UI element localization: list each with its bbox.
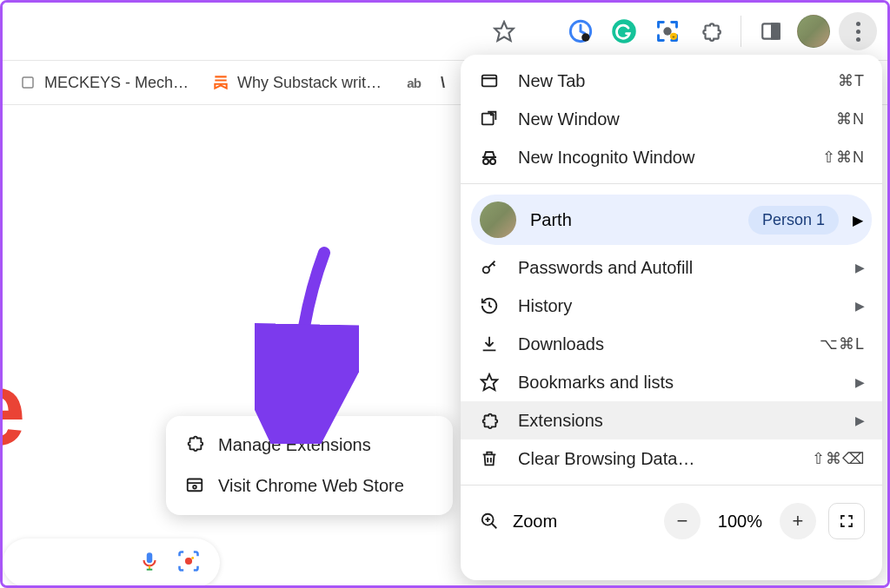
chevron-right-icon: ▶ <box>855 261 865 274</box>
shortcut: ⇧⌘⌫ <box>812 449 865 468</box>
svg-point-4 <box>663 27 671 35</box>
zoom-percent: 100% <box>713 512 767 532</box>
menu-label: History <box>518 296 838 316</box>
trash-icon <box>478 447 501 470</box>
manage-extensions-item[interactable]: Manage Extensions <box>166 425 453 466</box>
menu-label: Extensions <box>518 411 838 431</box>
browser-toolbar: + <box>3 3 887 60</box>
menu-extensions[interactable]: Extensions ▶ <box>461 401 882 439</box>
profile-avatar <box>480 202 516 238</box>
bookmark-item[interactable]: Why Substack writ… <box>203 68 390 97</box>
menu-incognito[interactable]: New Incognito Window ⇧⌘N <box>461 138 882 176</box>
svg-rect-18 <box>482 76 497 87</box>
bookmark-label: MECKEYS - Mech… <box>44 74 189 92</box>
ab-icon: ab <box>404 73 423 92</box>
menu-new-tab[interactable]: New Tab ⌘T <box>461 62 882 100</box>
sidepanel-icon[interactable] <box>754 14 788 49</box>
extensions-submenu: Manage Extensions Visit Chrome Web Store <box>166 416 453 515</box>
extension-grammarly-icon[interactable] <box>607 14 641 49</box>
extension-screenshot-icon[interactable]: + <box>650 14 685 49</box>
download-icon <box>478 333 501 355</box>
svg-rect-10 <box>147 552 153 563</box>
shortcut: ⇧⌘N <box>822 148 865 167</box>
zoom-icon <box>478 510 501 532</box>
shortcut: ⌘N <box>836 109 865 129</box>
toolbar-divider <box>741 16 741 47</box>
lens-icon[interactable] <box>176 549 201 577</box>
submenu-label: Manage Extensions <box>218 435 371 455</box>
bookmark-item[interactable]: ab <box>395 68 432 97</box>
svg-point-2 <box>581 33 589 41</box>
menu-label: New Tab <box>518 71 820 91</box>
more-menu-button[interactable] <box>839 12 877 50</box>
profile-name: Parth <box>530 210 734 230</box>
substack-icon <box>211 73 230 92</box>
zoom-label: Zoom <box>513 512 652 532</box>
shortcut: ⌥⌘L <box>820 334 865 353</box>
new-tab-icon <box>478 69 501 92</box>
svg-marker-0 <box>495 22 514 41</box>
search-box[interactable] <box>3 538 220 587</box>
mic-icon[interactable] <box>138 550 161 576</box>
star-icon <box>478 371 501 393</box>
new-window-icon <box>478 108 501 130</box>
svg-marker-25 <box>482 374 497 390</box>
submenu-label: Visit Chrome Web Store <box>218 476 404 496</box>
menu-label: Downloads <box>518 334 802 354</box>
menu-zoom: Zoom − 100% + <box>461 492 882 550</box>
incognito-icon <box>478 146 501 168</box>
chevron-right-icon: ▶ <box>855 413 865 427</box>
svg-point-14 <box>191 557 194 559</box>
chevron-right-icon: ▶ <box>853 212 863 228</box>
profile-badge: Person 1 <box>748 206 839 235</box>
zoom-out-button[interactable]: − <box>664 503 701 539</box>
chevron-right-icon: ▶ <box>855 375 865 389</box>
star-icon[interactable] <box>488 16 520 47</box>
extension-onetab-icon[interactable] <box>563 14 598 49</box>
extensions-puzzle-icon[interactable] <box>694 14 728 49</box>
chevron-right-icon: ▶ <box>855 299 865 313</box>
menu-history[interactable]: History ▶ <box>461 287 882 325</box>
menu-label: Passwords and Autofill <box>518 258 838 278</box>
bookmark-item-cutoff[interactable]: \ <box>437 69 454 97</box>
bookmark-item[interactable]: MECKEYS - Mech… <box>10 68 197 97</box>
svg-point-22 <box>490 159 495 164</box>
profile-avatar-icon[interactable] <box>797 15 830 48</box>
svg-point-24 <box>483 267 489 273</box>
puzzle-icon <box>185 433 204 457</box>
shortcut: ⌘T <box>838 71 865 90</box>
bookmark-label: Why Substack writ… <box>237 74 382 92</box>
bookmark-icon <box>18 73 37 92</box>
svg-line-27 <box>492 524 497 529</box>
menu-label: Bookmarks and lists <box>518 373 838 393</box>
menu-label: New Incognito Window <box>518 148 805 168</box>
google-logo-fragment: e <box>0 348 26 468</box>
menu-bookmarks[interactable]: Bookmarks and lists ▶ <box>461 363 882 401</box>
svg-point-13 <box>185 558 192 565</box>
menu-divider <box>461 183 882 184</box>
svg-point-16 <box>193 486 196 489</box>
key-icon <box>478 256 501 279</box>
menu-downloads[interactable]: Downloads ⌥⌘L <box>461 325 882 363</box>
menu-label: New Window <box>518 109 819 129</box>
svg-rect-9 <box>23 77 33 88</box>
visit-webstore-item[interactable]: Visit Chrome Web Store <box>166 466 453 506</box>
svg-point-21 <box>483 159 488 164</box>
chrome-main-menu: New Tab ⌘T New Window ⌘N New Incognito W… <box>461 55 882 580</box>
menu-clear-data[interactable]: Clear Browsing Data… ⇧⌘⌫ <box>461 439 882 478</box>
menu-passwords[interactable]: Passwords and Autofill ▶ <box>461 248 882 287</box>
webstore-icon <box>185 474 204 498</box>
menu-profile-row[interactable]: Parth Person 1 ▶ <box>471 195 872 245</box>
fullscreen-button[interactable] <box>828 503 865 539</box>
svg-text:+: + <box>672 34 675 39</box>
zoom-in-button[interactable]: + <box>780 503 816 539</box>
menu-divider <box>461 485 882 486</box>
history-icon <box>478 294 501 317</box>
svg-rect-8 <box>772 23 780 38</box>
puzzle-icon <box>478 409 501 432</box>
menu-label: Clear Browsing Data… <box>518 449 794 469</box>
menu-new-window[interactable]: New Window ⌘N <box>461 100 882 138</box>
